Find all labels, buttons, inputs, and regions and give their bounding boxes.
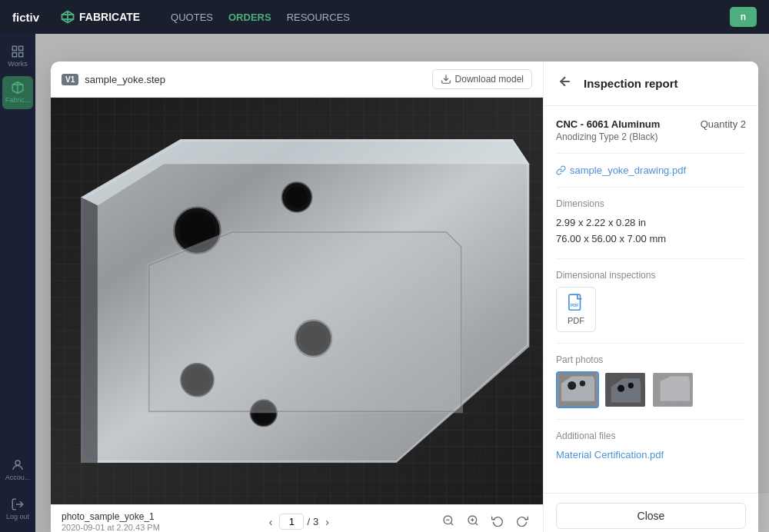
grid-icon xyxy=(11,45,25,58)
finish: Anodizing Type 2 (Black) xyxy=(556,131,746,142)
sidebar-item-works[interactable]: Works xyxy=(2,40,33,73)
pdf-button[interactable]: PDF PDF xyxy=(556,287,596,332)
svg-rect-5 xyxy=(12,53,16,57)
image-panel: V1 sample_yoke.step Download model xyxy=(51,62,543,532)
rotate-cw-button[interactable] xyxy=(512,513,532,531)
photo-date: 2020-09-01 at 2.20.43 PM xyxy=(62,523,160,532)
thumb-svg-1 xyxy=(558,373,598,407)
svg-point-43 xyxy=(580,381,585,386)
brand-label: FABRICATE xyxy=(79,11,140,23)
modal-overlay: V1 sample_yoke.step Download model xyxy=(35,34,769,532)
report-title: Inspection report xyxy=(584,77,678,90)
sidebar-account-label: Accou... xyxy=(5,474,31,482)
page-input[interactable] xyxy=(279,514,304,530)
sidebar-fabricate-label: Fabric... xyxy=(5,96,31,105)
close-button[interactable]: Close xyxy=(556,503,746,529)
dimensions-section: Dimensions 2.99 x 2.22 x 0.28 in 76.00 x… xyxy=(556,198,746,259)
nav-links: QUOTES ORDERS RESOURCES xyxy=(171,12,350,23)
cta-button[interactable]: n xyxy=(730,7,757,27)
download-label: Download model xyxy=(455,74,524,85)
drawing-link[interactable]: sample_yoke_drawing.pdf xyxy=(556,165,746,176)
report-footer: Close xyxy=(544,493,758,532)
sidebar-works-label: Works xyxy=(8,60,27,68)
photo-controls xyxy=(438,513,532,531)
thumbnail-2[interactable] xyxy=(604,371,647,408)
drawing-link-text: sample_yoke_drawing.pdf xyxy=(570,165,686,176)
report-panel: Inspection report CNC - 6061 Aluminum Qu… xyxy=(543,62,758,532)
version-badge: V1 xyxy=(62,74,78,85)
drawing-section: sample_yoke_drawing.pdf xyxy=(556,165,746,188)
material-section: CNC - 6061 Aluminum Quantity 2 Anodizing… xyxy=(556,118,746,154)
file-info: V1 sample_yoke.step xyxy=(62,74,165,85)
rotate-ccw-icon xyxy=(491,514,504,527)
rotate-cw-icon xyxy=(516,514,528,527)
svg-marker-50 xyxy=(661,376,691,401)
page-separator: / xyxy=(307,516,310,527)
download-icon xyxy=(441,74,451,85)
part-photos-label: Part photos xyxy=(556,354,746,365)
back-arrow-icon xyxy=(558,74,573,89)
zoom-out-button[interactable] xyxy=(438,513,458,531)
svg-line-31 xyxy=(451,523,453,525)
sidebar-logout-label: Log out xyxy=(6,513,29,521)
pdf-label: PDF xyxy=(568,316,584,325)
zoom-out-icon xyxy=(442,514,454,527)
pagination: ‹ / 3 › xyxy=(265,514,333,530)
inspections-section: Dimensional inspections PDF PDF xyxy=(556,270,746,344)
svg-point-46 xyxy=(618,384,624,391)
nav-orders[interactable]: ORDERS xyxy=(228,12,271,23)
material-row: CNC - 6061 Aluminum Quantity 2 xyxy=(556,118,746,130)
photo-name: photo_sample_yoke_1 xyxy=(62,511,160,522)
inspection-modal: V1 sample_yoke.step Download model xyxy=(51,62,758,532)
additional-files-section: Additional files Material Certification.… xyxy=(556,431,746,472)
cube-icon xyxy=(11,81,25,95)
main-content: V1 sample_yoke.step Download model xyxy=(35,34,769,532)
thumb-svg-3 xyxy=(653,373,693,407)
sidebar-item-fabricate[interactable]: Fabric... xyxy=(2,76,33,109)
link-icon xyxy=(556,165,566,175)
nav-quotes[interactable]: QUOTES xyxy=(171,12,213,23)
thumb-img-2 xyxy=(605,373,645,407)
photo-thumbnails xyxy=(556,371,746,408)
download-button[interactable]: Download model xyxy=(432,69,532,89)
page-total: 3 xyxy=(313,516,318,527)
material-name: CNC - 6061 Aluminum xyxy=(556,118,660,130)
logo: fictiv xyxy=(12,11,39,24)
inspections-label: Dimensional inspections xyxy=(556,270,746,281)
image-header: V1 sample_yoke.step Download model xyxy=(51,62,543,98)
sidebar-item-account[interactable]: Accou... xyxy=(2,454,33,487)
sidebar: Works Fabric... Accou... Log out xyxy=(0,34,35,532)
report-body: CNC - 6061 Aluminum Quantity 2 Anodizing… xyxy=(544,106,758,493)
back-button[interactable] xyxy=(556,72,574,95)
rotate-ccw-button[interactable] xyxy=(488,513,508,531)
part-svg xyxy=(51,98,543,504)
thumb-svg-2 xyxy=(605,373,645,407)
nav-resources[interactable]: RESOURCES xyxy=(287,12,350,23)
svg-rect-6 xyxy=(19,53,23,57)
zoom-in-button[interactable] xyxy=(463,513,483,531)
top-nav: fictiv FABRICATE QUOTES ORDERS RESOURCES… xyxy=(0,0,769,34)
svg-line-34 xyxy=(475,523,478,525)
footer-info: photo_sample_yoke_1 2020-09-01 at 2.20.4… xyxy=(62,511,160,532)
svg-point-47 xyxy=(628,382,634,387)
svg-point-21 xyxy=(286,187,308,208)
material-cert-link[interactable]: Material Certification.pdf xyxy=(556,449,664,461)
thumbnail-3[interactable] xyxy=(651,371,694,408)
next-page-button[interactable]: › xyxy=(321,514,333,530)
image-footer: photo_sample_yoke_1 2020-09-01 at 2.20.4… xyxy=(51,504,543,532)
svg-text:PDF: PDF xyxy=(571,302,580,307)
thumbnail-1[interactable] xyxy=(556,371,599,408)
brand-icon xyxy=(61,10,75,24)
svg-rect-3 xyxy=(12,46,16,50)
quantity: Quantity 2 xyxy=(701,118,746,130)
svg-rect-4 xyxy=(19,46,23,50)
image-container xyxy=(51,98,543,504)
prev-page-button[interactable]: ‹ xyxy=(265,514,277,530)
sidebar-item-logout[interactable]: Log out xyxy=(2,493,33,526)
svg-marker-28 xyxy=(148,231,463,414)
nav-right: n xyxy=(730,7,757,27)
brand: FABRICATE xyxy=(61,10,140,24)
report-header: Inspection report xyxy=(544,62,758,106)
dimension-imperial: 2.99 x 2.22 x 0.28 in xyxy=(556,215,746,231)
additional-files-label: Additional files xyxy=(556,431,746,441)
